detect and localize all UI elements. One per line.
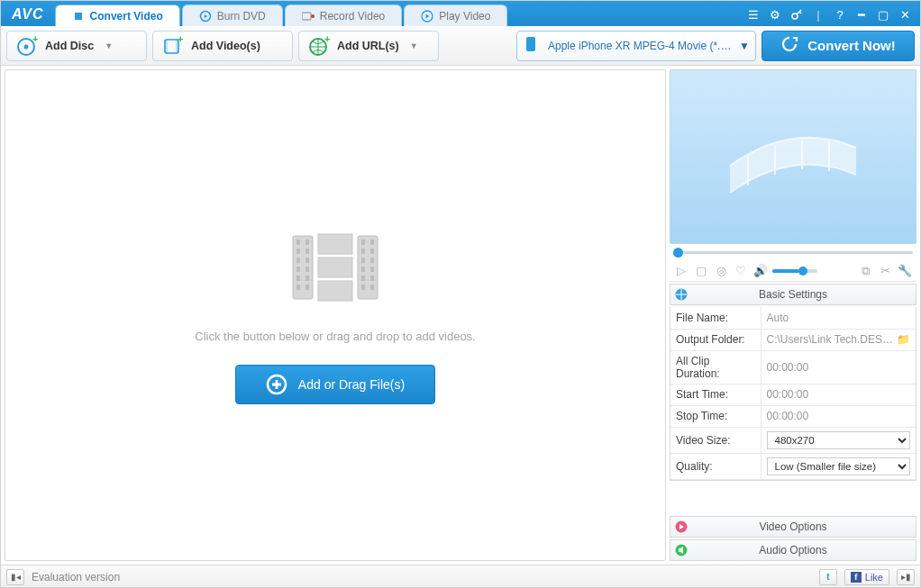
- svg-rect-39: [370, 258, 374, 263]
- svg-rect-41: [370, 276, 374, 281]
- prev-icon[interactable]: ▮◂: [6, 569, 24, 585]
- tab-record-video[interactable]: Record Video: [285, 5, 403, 26]
- like-label: Like: [865, 572, 883, 583]
- volume-icon[interactable]: 🔊: [752, 263, 769, 279]
- convert-now-button[interactable]: Convert Now!: [761, 31, 915, 61]
- tab-burn-dvd[interactable]: Burn DVD: [182, 5, 283, 26]
- list-icon[interactable]: ☰: [745, 6, 761, 23]
- value-all-clip-duration: 00:00:00: [761, 350, 916, 384]
- preview-pane: [670, 69, 916, 244]
- plus-circle-icon: [266, 374, 287, 395]
- maximize-icon[interactable]: ▢: [875, 6, 891, 23]
- chevron-down-icon: ▼: [410, 41, 418, 50]
- svg-rect-34: [361, 267, 365, 272]
- button-label: Convert Now!: [807, 38, 896, 53]
- svg-rect-44: [318, 258, 352, 277]
- svg-rect-20: [296, 249, 300, 254]
- disc-icon: [199, 10, 212, 23]
- add-videos-button[interactable]: + Add Video(s): [152, 31, 293, 61]
- video-size-select[interactable]: 480x270: [767, 431, 911, 449]
- label-all-clip-duration: All Clip Duration:: [670, 350, 761, 384]
- browse-folder-icon[interactable]: 📁: [897, 333, 910, 346]
- value-start-time[interactable]: 00:00:00: [761, 384, 916, 405]
- separator: |: [810, 6, 826, 23]
- tab-label: Convert Video: [90, 10, 163, 23]
- minimize-icon[interactable]: ━: [853, 6, 870, 23]
- crop-icon[interactable]: ⧉: [857, 263, 873, 279]
- video-options-header[interactable]: Video Options: [670, 516, 916, 538]
- convert-icon: [72, 10, 85, 23]
- audio-options-header[interactable]: Audio Options: [670, 539, 916, 561]
- svg-rect-32: [361, 249, 365, 254]
- video-icon: [674, 520, 688, 534]
- volume-slider[interactable]: [772, 269, 817, 273]
- globe-icon: [674, 287, 688, 302]
- film-plus-icon: +: [162, 35, 184, 57]
- tab-convert-video[interactable]: Convert Video: [55, 5, 180, 26]
- app-logo: AVC: [1, 6, 55, 26]
- play-icon: [421, 10, 433, 23]
- add-or-drag-files-button[interactable]: Add or Drag File(s): [235, 365, 435, 404]
- svg-rect-2: [302, 13, 311, 20]
- add-urls-button[interactable]: + Add URL(s) ▼: [298, 31, 439, 61]
- svg-rect-31: [361, 240, 365, 245]
- svg-text:+: +: [178, 35, 183, 44]
- svg-rect-45: [318, 281, 352, 301]
- svg-rect-21: [296, 258, 300, 263]
- button-label: Add or Drag File(s): [298, 377, 405, 392]
- svg-rect-18: [358, 236, 378, 299]
- add-disc-button[interactable]: + Add Disc ▼: [6, 31, 147, 61]
- svg-point-3: [311, 14, 315, 18]
- record-icon: [302, 10, 315, 23]
- preview-seek-slider[interactable]: [670, 246, 916, 258]
- cut-icon[interactable]: ✂: [877, 263, 893, 279]
- tab-play-video[interactable]: Play Video: [404, 5, 507, 26]
- twitter-icon[interactable]: t: [819, 569, 837, 585]
- value-stop-time[interactable]: 00:00:00: [761, 405, 916, 427]
- favorite-icon[interactable]: ♡: [733, 263, 749, 279]
- button-label: Add Disc: [45, 40, 94, 52]
- svg-rect-38: [370, 249, 374, 254]
- svg-point-1: [204, 14, 206, 17]
- status-text: Evaluation version: [32, 571, 120, 583]
- svg-rect-22: [296, 267, 300, 272]
- svg-rect-40: [370, 267, 374, 272]
- svg-rect-16: [528, 39, 533, 48]
- output-profile-select[interactable]: Apple iPhone XR MPEG-4 Movie (*.m… ▼: [516, 31, 756, 61]
- tab-label: Play Video: [439, 10, 490, 23]
- wrench-icon[interactable]: 🔧: [897, 263, 913, 279]
- section-title: Video Options: [759, 520, 826, 533]
- svg-rect-36: [361, 285, 365, 290]
- section-title: Basic Settings: [759, 288, 827, 301]
- label-start-time: Start Time:: [670, 384, 761, 405]
- label-stop-time: Stop Time:: [670, 405, 761, 427]
- close-icon[interactable]: ✕: [897, 6, 913, 23]
- svg-rect-29: [305, 276, 309, 281]
- button-label: Add URL(s): [337, 40, 399, 52]
- svg-rect-17: [293, 236, 313, 299]
- svg-rect-23: [296, 276, 300, 281]
- basic-settings-header[interactable]: Basic Settings: [670, 284, 916, 305]
- help-icon[interactable]: ?: [832, 6, 848, 23]
- stop-icon[interactable]: ▢: [693, 263, 709, 279]
- tab-label: Burn DVD: [217, 10, 266, 23]
- key-icon[interactable]: [789, 6, 805, 23]
- filmstrip-icon: [286, 227, 385, 308]
- profile-label: Apple iPhone XR MPEG-4 Movie (*.m…: [548, 40, 734, 52]
- audio-icon: [674, 543, 688, 557]
- svg-text:+: +: [32, 35, 38, 44]
- svg-rect-30: [305, 285, 309, 290]
- quality-select[interactable]: Low (Smaller file size): [767, 457, 911, 475]
- filmstrip-watermark-icon: [712, 103, 874, 211]
- svg-rect-27: [305, 258, 309, 263]
- svg-rect-24: [296, 285, 300, 290]
- facebook-like-button[interactable]: f Like: [844, 569, 889, 585]
- snapshot-icon[interactable]: ◎: [713, 263, 729, 279]
- next-icon[interactable]: ▸▮: [897, 569, 915, 585]
- drop-zone[interactable]: Click the button below or drag and drop …: [5, 69, 666, 561]
- chevron-down-icon: ▼: [105, 41, 113, 50]
- value-file-name[interactable]: Auto: [761, 307, 916, 329]
- facebook-icon: f: [851, 572, 862, 583]
- gear-icon[interactable]: ⚙: [767, 6, 783, 23]
- play-icon[interactable]: ▷: [673, 263, 689, 279]
